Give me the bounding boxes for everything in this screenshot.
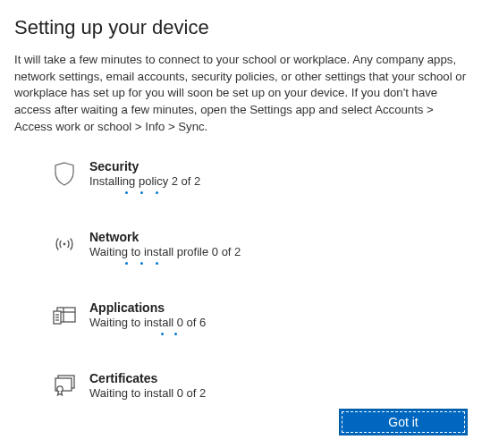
page-description: It will take a few minutes to connect to… bbox=[14, 52, 468, 136]
item-certificates-status: Waiting to install 0 of 2 bbox=[89, 386, 459, 400]
wireless-icon bbox=[52, 232, 77, 257]
item-security: Security Installing policy 2 of 2 bbox=[52, 159, 459, 194]
certificate-icon bbox=[52, 373, 77, 398]
shield-icon bbox=[52, 161, 77, 186]
item-network-status: Waiting to install profile 0 of 2 bbox=[89, 245, 459, 258]
progress-dots bbox=[125, 262, 459, 265]
svg-point-0 bbox=[63, 242, 66, 245]
footer: Got it bbox=[339, 409, 468, 435]
progress-dots bbox=[161, 333, 459, 335]
item-certificates: Certificates Waiting to install 0 of 2 bbox=[52, 371, 459, 400]
item-applications: Applications Waiting to install 0 of 6 bbox=[52, 300, 459, 335]
item-applications-title: Applications bbox=[89, 300, 459, 315]
item-security-title: Security bbox=[89, 159, 459, 173]
progress-dots bbox=[125, 191, 459, 194]
item-security-status: Installing policy 2 of 2 bbox=[89, 174, 459, 188]
applications-icon bbox=[52, 302, 77, 327]
item-applications-status: Waiting to install 0 of 6 bbox=[89, 316, 459, 329]
got-it-button[interactable]: Got it bbox=[339, 409, 468, 435]
item-certificates-title: Certificates bbox=[89, 371, 459, 385]
setup-items: Security Installing policy 2 of 2 Networ… bbox=[14, 159, 468, 400]
page-title: Setting up your device bbox=[14, 16, 468, 39]
item-network: Network Waiting to install profile 0 of … bbox=[52, 230, 459, 265]
svg-point-10 bbox=[57, 385, 63, 391]
item-network-title: Network bbox=[89, 230, 459, 244]
